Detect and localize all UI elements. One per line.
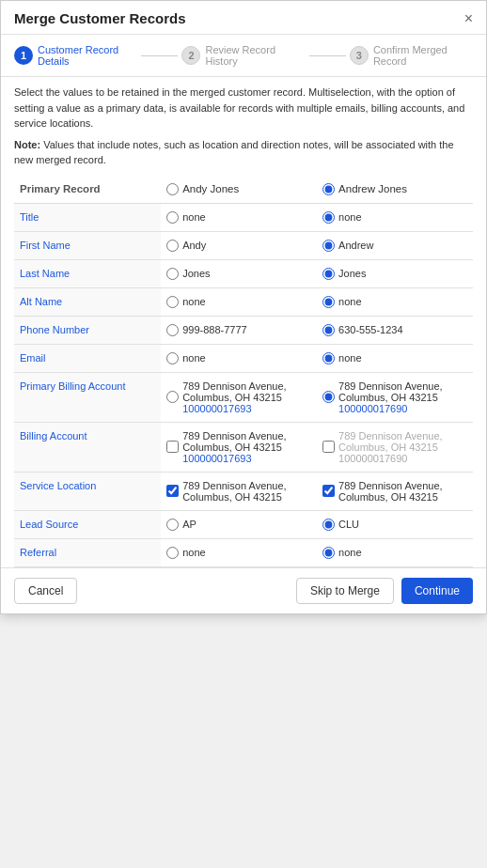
table-header-row: Primary Record Andy Jones Andrew Jones: [14, 176, 473, 204]
leadsource-col1-radio[interactable]: [166, 519, 179, 531]
col2-cell: 789 Dennison Avenue, Columbus, OH 43215: [317, 472, 473, 510]
title-col1-radio[interactable]: [166, 211, 179, 224]
continue-button[interactable]: Continue: [401, 578, 473, 604]
referral-col2-radio-label[interactable]: none: [322, 547, 467, 559]
referral-col1-radio[interactable]: [166, 547, 179, 559]
modal-title: Merge Customer Records: [14, 10, 186, 26]
col-primary-header: Primary Record: [14, 176, 161, 204]
lastname-col2-radio[interactable]: [322, 268, 335, 280]
modal-header: Merge Customer Records ×: [1, 1, 486, 35]
sl-col2-checkbox-label[interactable]: 789 Dennison Avenue, Columbus, OH 43215: [322, 480, 467, 503]
title-col2-radio-label[interactable]: none: [322, 211, 467, 224]
altname-col1-radio-label[interactable]: none: [166, 296, 311, 308]
col2-cell: none: [317, 203, 473, 231]
altname-col1-radio[interactable]: [166, 296, 179, 308]
field-label: Billing Account: [14, 422, 161, 472]
col2-cell: 789 Dennison Avenue, Columbus, OH 43215 …: [317, 422, 473, 472]
step-2-label: Review Record History: [205, 44, 305, 67]
altname-col2-radio-label[interactable]: none: [322, 296, 467, 308]
sl-col2-address: 789 Dennison Avenue, Columbus, OH 43215: [338, 480, 467, 503]
field-label: Service Location: [14, 472, 161, 510]
leadsource-col2-radio[interactable]: [322, 519, 335, 531]
pba-col1-acct: 100000017693: [182, 403, 251, 414]
table-row: Alt Name none none: [14, 287, 473, 316]
field-label: Lead Source: [14, 510, 161, 538]
col1-cell: 789 Dennison Avenue, Columbus, OH 43215 …: [161, 422, 317, 472]
close-button[interactable]: ×: [464, 11, 473, 26]
pba-col2-radio[interactable]: [322, 391, 335, 403]
field-label: Alt Name: [14, 287, 161, 316]
referral-col1-radio-label[interactable]: none: [166, 547, 311, 559]
sl-col2-checkbox[interactable]: [322, 485, 335, 497]
phone-col1-radio-label[interactable]: 999-888-7777: [166, 324, 311, 336]
col1-cell: AP: [161, 510, 317, 538]
leadsource-col2-radio-label[interactable]: CLU: [322, 519, 467, 531]
lastname-col1-radio[interactable]: [166, 268, 179, 280]
col1-radio-label[interactable]: Andy Jones: [166, 183, 311, 195]
ba-col2-checkbox-label[interactable]: 789 Dennison Avenue, Columbus, OH 43215 …: [322, 430, 467, 464]
email-col2-radio-label[interactable]: none: [322, 352, 467, 364]
email-col2-radio[interactable]: [322, 352, 335, 364]
col1-primary-radio[interactable]: [166, 183, 179, 195]
phone-col2-radio[interactable]: [322, 324, 335, 336]
note-label: Note:: [14, 139, 40, 150]
email-col1-radio-label[interactable]: none: [166, 352, 311, 364]
ba-col1-checkbox[interactable]: [166, 441, 179, 453]
altname-col2-value: none: [338, 296, 361, 307]
leadsource-col1-value: AP: [182, 519, 196, 530]
table-row: Referral none none: [14, 538, 473, 566]
pba-col2-radio-label[interactable]: 789 Dennison Avenue, Columbus, OH 43215 …: [322, 380, 467, 414]
firstname-col2-value: Andrew: [338, 240, 373, 251]
col2-header-text: Andrew Jones: [338, 183, 407, 194]
ba-col1-checkbox-label[interactable]: 789 Dennison Avenue, Columbus, OH 43215 …: [166, 430, 311, 464]
firstname-col1-radio-label[interactable]: Andy: [166, 240, 311, 252]
step-3-circle: 3: [350, 46, 369, 65]
firstname-col2-radio[interactable]: [322, 240, 335, 252]
firstname-col2-radio-label[interactable]: Andrew: [322, 240, 467, 252]
firstname-col1-radio[interactable]: [166, 240, 179, 252]
referral-col2-radio[interactable]: [322, 547, 335, 559]
phone-col2-radio-label[interactable]: 630-555-1234: [322, 324, 467, 336]
firstname-col1-value: Andy: [182, 240, 206, 251]
step-2: 2 Review Record History: [181, 44, 305, 67]
phone-col1-radio[interactable]: [166, 324, 179, 336]
col1-header: Andy Jones: [161, 176, 317, 204]
table-row: Service Location 789 Dennison Avenue, Co…: [14, 472, 473, 510]
table-row: Primary Billing Account 789 Dennison Ave…: [14, 372, 473, 422]
leadsource-col1-radio-label[interactable]: AP: [166, 519, 311, 531]
step-3-label: Confirm Merged Record: [373, 44, 473, 67]
sl-col1-checkbox[interactable]: [166, 485, 179, 497]
title-col2-radio[interactable]: [322, 211, 335, 224]
step-1-circle: 1: [14, 46, 33, 65]
col2-cell: CLU: [317, 510, 473, 538]
pba-col1-radio[interactable]: [166, 391, 179, 403]
cancel-button[interactable]: Cancel: [14, 578, 77, 604]
email-col1-radio[interactable]: [166, 352, 179, 364]
lastname-col2-radio-label[interactable]: Jones: [322, 268, 467, 280]
field-label: Referral: [14, 538, 161, 566]
ba-col2-checkbox[interactable]: [322, 441, 335, 453]
table-row: Last Name Jones Jones: [14, 259, 473, 287]
field-label: Primary Billing Account: [14, 372, 161, 422]
col1-cell: Andy: [161, 231, 317, 259]
col2-cell: none: [317, 344, 473, 372]
altname-col2-radio[interactable]: [322, 296, 335, 308]
field-label: Last Name: [14, 259, 161, 287]
skip-to-merge-button[interactable]: Skip to Merge: [296, 578, 394, 604]
col2-radio-label[interactable]: Andrew Jones: [322, 183, 467, 195]
col2-primary-radio[interactable]: [322, 183, 335, 195]
lastname-col1-radio-label[interactable]: Jones: [166, 268, 311, 280]
title-col1-radio-label[interactable]: none: [166, 211, 311, 224]
col1-cell: 789 Dennison Avenue, Columbus, OH 43215 …: [161, 372, 317, 422]
pba-col1-address: 789 Dennison Avenue, Columbus, OH 43215: [182, 380, 287, 403]
referral-col2-value: none: [338, 547, 361, 558]
pba-col1-radio-label[interactable]: 789 Dennison Avenue, Columbus, OH 43215 …: [166, 380, 311, 414]
table-row: Billing Account 789 Dennison Avenue, Col…: [14, 422, 473, 472]
table-row: Lead Source AP CLU: [14, 510, 473, 538]
col2-cell: Andrew: [317, 231, 473, 259]
table-row: Phone Number 999-888-7777 630-555-1234: [14, 316, 473, 344]
step-3: 3 Confirm Merged Record: [350, 44, 473, 67]
field-label: Email: [14, 344, 161, 372]
col2-cell: 789 Dennison Avenue, Columbus, OH 43215 …: [317, 372, 473, 422]
sl-col1-checkbox-label[interactable]: 789 Dennison Avenue, Columbus, OH 43215: [166, 480, 311, 503]
